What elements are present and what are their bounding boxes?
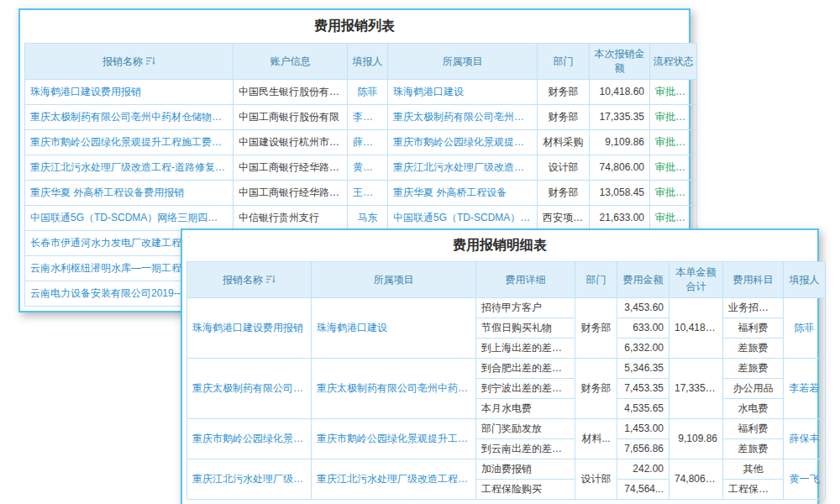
table-row[interactable]: 珠海鹤港口建设费用报销 中国民生银行股份有限... 陈菲 珠海鹤港口建设 财务部… bbox=[25, 80, 697, 105]
expense-list-title: 费用报销列表 bbox=[24, 10, 685, 43]
col-header-expense-amount: 费用金额 bbox=[617, 262, 669, 298]
category-cell: 差旅费 bbox=[723, 339, 784, 359]
amount-cell: 9,109.86 bbox=[590, 130, 650, 155]
filler-link[interactable]: 陈菲 bbox=[784, 298, 826, 359]
sort-icon[interactable] bbox=[145, 56, 155, 66]
expense-amount-cell: 242.00 bbox=[617, 459, 669, 480]
table-row[interactable]: 重庆华夏 外高桥工程设备费用报销 中国工商银行经华路支行 王可可 重庆华夏 外高… bbox=[25, 181, 697, 206]
filler-link[interactable]: 李若若 bbox=[348, 105, 388, 130]
project-link[interactable]: 重庆江北污水处理厂级改造工... bbox=[388, 155, 538, 181]
project-link[interactable]: 重庆江北污水处理厂级改造工程-道路修复工... bbox=[312, 459, 476, 500]
sort-icon[interactable] bbox=[265, 275, 276, 284]
account-cell: 中国民生银行股份有限... bbox=[234, 80, 348, 105]
reimbursement-name-link[interactable]: 重庆市鹅岭公园绿化景观提升工程施工费用报销 bbox=[25, 130, 234, 155]
status-link[interactable]: 审批通过 bbox=[650, 130, 697, 155]
status-link[interactable]: 审批通过 bbox=[650, 206, 697, 231]
account-cell: 中信银行贵州支行 bbox=[234, 206, 348, 231]
project-link[interactable]: 重庆市鹅岭公园绿化景观提升... bbox=[388, 130, 538, 155]
col-header-name[interactable]: 报销名称 bbox=[25, 44, 234, 80]
total-amount-cell: 17,335.35 bbox=[669, 359, 723, 419]
col-header-name[interactable]: 报销名称 bbox=[187, 262, 312, 298]
expense-item-cell: 工程保险购买 bbox=[476, 480, 575, 500]
category-cell: 差旅费 bbox=[723, 359, 784, 379]
reimbursement-name-link[interactable]: 珠海鹤港口建设费用报销 bbox=[187, 298, 312, 359]
project-link[interactable]: 珠海鹤港口建设 bbox=[388, 80, 538, 105]
amount-cell: 13,058.45 bbox=[590, 181, 650, 206]
filler-link[interactable]: 马东 bbox=[348, 206, 388, 231]
expense-detail-title: 费用报销明细表 bbox=[186, 230, 813, 261]
table-row[interactable]: 中国联通5G（TD-SCDMA）网络三期四川工程费... 中信银行贵州支行 马东… bbox=[25, 206, 697, 231]
category-cell: 福利费 bbox=[723, 419, 784, 439]
table-row[interactable]: 重庆太极制药有限公司亳州中药材... 重庆太极制药有限公司亳州中药材仓储物流..… bbox=[187, 359, 826, 379]
expense-detail-table: 报销名称 所属项目 费用详细 部门 费用金额 本单金额合计 费用科目 填报人 珠… bbox=[186, 261, 826, 500]
filler-link[interactable]: 薛保丰 bbox=[348, 130, 388, 155]
category-cell: 业务招待费 bbox=[723, 298, 784, 318]
project-link[interactable]: 重庆太极制药有限公司亳州中... bbox=[388, 105, 538, 130]
status-link[interactable]: 审批通过 bbox=[650, 155, 697, 181]
expense-item-cell: 本月水电费 bbox=[476, 399, 575, 419]
filler-link[interactable]: 薛保丰 bbox=[784, 419, 826, 459]
dept-cell: 财务部 bbox=[575, 298, 617, 359]
col-header-name-label: 报销名称 bbox=[102, 55, 143, 67]
expense-detail-header-row: 报销名称 所属项目 费用详细 部门 费用金额 本单金额合计 费用科目 填报人 bbox=[187, 262, 826, 298]
expense-amount-cell: 7,453.35 bbox=[617, 379, 669, 399]
filler-link[interactable]: 陈菲 bbox=[348, 80, 388, 105]
reimbursement-name-link[interactable]: 珠海鹤港口建设费用报销 bbox=[25, 80, 234, 105]
project-link[interactable]: 重庆市鹅岭公园绿化景观提升工程施工 bbox=[312, 419, 476, 459]
expense-item-cell: 部门奖励发放 bbox=[476, 419, 575, 439]
expense-amount-cell: 4,535.65 bbox=[617, 399, 669, 419]
project-link[interactable]: 重庆太极制药有限公司亳州中药材仓储物流... bbox=[312, 359, 476, 419]
dept-cell: 西安项目部 bbox=[538, 206, 590, 231]
expense-amount-cell: 5,346.35 bbox=[617, 359, 669, 379]
reimbursement-name-link[interactable]: 重庆江北污水处理厂级改造工程-... bbox=[187, 459, 312, 500]
amount-cell: 17,335.35 bbox=[590, 105, 650, 130]
expense-detail-panel: 费用报销明细表 报销名称 所属项目 费用详细 部门 费用金额 本单金额合计 费用… bbox=[181, 228, 819, 504]
col-header-dept: 部门 bbox=[575, 262, 617, 298]
filler-link[interactable]: 李若若 bbox=[784, 359, 826, 419]
dept-cell: 设计部 bbox=[538, 155, 590, 181]
col-header-category: 费用科目 bbox=[723, 262, 784, 298]
category-cell: 水电费 bbox=[723, 399, 784, 419]
account-cell: 中国建设银行杭州市上... bbox=[234, 130, 348, 155]
expense-item-cell: 节假日购买礼物 bbox=[476, 318, 575, 339]
reimbursement-name-link[interactable]: 重庆华夏 外高桥工程设备费用报销 bbox=[25, 181, 234, 206]
status-link[interactable]: 审批通过 bbox=[650, 80, 697, 105]
expense-amount-cell: 3,453.60 bbox=[617, 298, 669, 318]
reimbursement-name-link[interactable]: 重庆江北污水处理厂级改造工程-道路修复工程费用... bbox=[25, 155, 234, 181]
category-cell: 差旅费 bbox=[723, 439, 784, 459]
amount-cell: 10,418.60 bbox=[590, 80, 650, 105]
status-link[interactable]: 审批通过 bbox=[650, 105, 697, 130]
table-row[interactable]: 重庆太极制药有限公司亳州中药材仓储物流基地项... 中国工商银行股份有限 李若若… bbox=[25, 105, 697, 130]
expense-amount-cell: 7,656.86 bbox=[617, 439, 669, 459]
filler-link[interactable]: 黄一飞 bbox=[348, 155, 388, 181]
expense-item-cell: 到合肥出差的差旅费 bbox=[476, 359, 575, 379]
expense-item-cell: 到云南出差的差旅费 bbox=[476, 439, 575, 459]
project-link[interactable]: 珠海鹤港口建设 bbox=[312, 298, 476, 359]
total-amount-cell: 10,418.60 bbox=[669, 298, 723, 359]
dept-cell: 财务部 bbox=[538, 105, 590, 130]
category-cell: 其他 bbox=[723, 459, 784, 480]
table-row[interactable]: 重庆市鹅岭公园绿化景观提升工程施工费用报销 中国建设银行杭州市上... 薛保丰 … bbox=[25, 130, 697, 155]
expense-item-cell: 到宁波出差的差旅费 bbox=[476, 379, 575, 399]
filler-link[interactable]: 黄一飞 bbox=[784, 459, 826, 500]
col-header-filler: 填报人 bbox=[784, 262, 826, 298]
expense-list-header-row: 报销名称 账户信息 填报人 所属项目 部门 本次报销金额 流程状态 bbox=[25, 44, 697, 80]
reimbursement-name-link[interactable]: 重庆太极制药有限公司亳州中药材... bbox=[187, 359, 312, 419]
col-header-filler: 填报人 bbox=[348, 44, 388, 80]
amount-cell: 74,806.00 bbox=[590, 155, 650, 181]
project-link[interactable]: 中国联通5G（TD-SCDMA）网... bbox=[388, 206, 538, 231]
table-row[interactable]: 重庆江北污水处理厂级改造工程-... 重庆江北污水处理厂级改造工程-道路修复工.… bbox=[187, 459, 826, 480]
status-link[interactable]: 审批通过 bbox=[650, 181, 697, 206]
reimbursement-name-link[interactable]: 重庆市鹅岭公园绿化景观提升工程... bbox=[187, 419, 312, 459]
table-row[interactable]: 珠海鹤港口建设费用报销 珠海鹤港口建设 招待甲方客户 财务部 3,453.60 … bbox=[187, 298, 826, 318]
project-link[interactable]: 重庆华夏 外高桥工程设备 bbox=[388, 181, 538, 206]
col-header-name-label: 报销名称 bbox=[223, 274, 263, 286]
reimbursement-name-link[interactable]: 中国联通5G（TD-SCDMA）网络三期四川工程费... bbox=[25, 206, 234, 231]
reimbursement-name-link[interactable]: 重庆太极制药有限公司亳州中药材仓储物流基地项... bbox=[25, 105, 234, 130]
account-cell: 中国工商银行经华路支行 bbox=[234, 181, 348, 206]
table-row[interactable]: 重庆江北污水处理厂级改造工程-道路修复工程费用... 中国工商银行经华路支行 黄… bbox=[25, 155, 697, 181]
filler-link[interactable]: 王可可 bbox=[348, 181, 388, 206]
expense-item-cell: 到上海出差的差旅费 bbox=[476, 339, 575, 359]
table-row[interactable]: 重庆市鹅岭公园绿化景观提升工程... 重庆市鹅岭公园绿化景观提升工程施工 部门奖… bbox=[187, 419, 826, 439]
col-header-dept: 部门 bbox=[538, 44, 590, 80]
